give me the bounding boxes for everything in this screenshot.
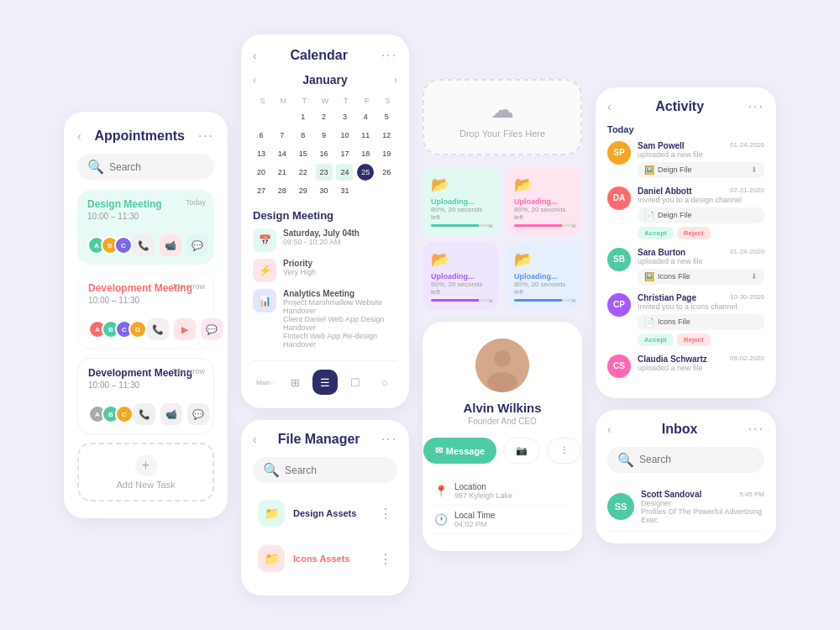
activity-today-header: Today [607, 124, 764, 134]
chat-icon[interactable]: 💬 [187, 403, 209, 425]
inbox-time-scott: 5:45 PM [739, 491, 764, 498]
call-icon[interactable]: 📞 [133, 234, 155, 256]
cal-tab-card[interactable]: ☐ [343, 370, 368, 395]
next-month-button[interactable]: › [394, 74, 397, 86]
accept-button[interactable]: Accept [638, 333, 674, 346]
inbox-menu-icon[interactable]: ··· [748, 422, 764, 437]
cal-day[interactable]: 30 [316, 182, 333, 199]
upload-cancel-4[interactable]: ✕ [571, 297, 577, 305]
meeting-date: Saturday, July 04th [283, 228, 360, 238]
cal-tab-grid[interactable]: ⊞ [283, 370, 308, 395]
cal-day[interactable]: 10 [336, 127, 353, 144]
cal-day[interactable] [253, 108, 270, 125]
prev-month-button[interactable]: ‹ [253, 74, 256, 86]
chat-icon[interactable]: 💬 [201, 318, 223, 340]
file-name-1: Design Assets [293, 508, 356, 518]
appointment-item-1: Today Design Meeting 10:00 – 11:30 A B C… [77, 190, 214, 265]
day-header: M [274, 95, 293, 107]
file-more-icon-1[interactable]: ⋮ [379, 506, 392, 522]
upload-cancel-1[interactable]: ✕ [488, 223, 494, 230]
download-icon[interactable]: ⬇ [751, 272, 758, 281]
cal-tab-list[interactable]: ☰ [312, 370, 338, 395]
activity-action-daniel: Invited you to a design channel [638, 196, 764, 204]
activity-date-sam: 01-24-2020 [730, 141, 764, 150]
cal-day[interactable]: 4 [357, 108, 374, 125]
folder-icon: 📁 [258, 500, 285, 527]
upload-dropzone[interactable]: ☁ Drop Your Files Here [423, 79, 582, 155]
activity-content-daniel: Daniel Abbott 07-21-2020 Invited you to … [638, 186, 764, 239]
cal-day-range-start[interactable]: 23 [316, 164, 333, 181]
video-icon[interactable]: 📹 [160, 234, 181, 256]
cal-day[interactable]: 29 [295, 182, 312, 199]
cal-day[interactable] [274, 108, 291, 125]
camera-button[interactable]: 📷 [503, 438, 540, 464]
activity-content-claudia: Claudia Schwartz 09-02-2020 uploaded a n… [638, 354, 764, 372]
calendar-title: Calendar [257, 48, 381, 63]
cal-day[interactable]: 19 [378, 145, 395, 162]
file-manager-search[interactable]: 🔍 [253, 457, 397, 483]
cal-day[interactable]: 8 [295, 127, 312, 144]
cal-day[interactable]: 27 [253, 182, 270, 199]
upload-item-1: 📂 Uploading... 80%, 20 seconds left ✕ [423, 167, 499, 235]
inbox-avatar-scott: SS [607, 493, 634, 520]
cal-day[interactable]: 1 [295, 108, 312, 125]
inbox-search-input[interactable] [639, 454, 754, 465]
accept-button[interactable]: Accept [638, 227, 674, 239]
calendar-menu-icon[interactable]: ··· [381, 48, 397, 63]
upload-cancel-3[interactable]: ✕ [488, 297, 494, 305]
cal-tab-main[interactable]: Main · [253, 370, 278, 395]
inbox-item-scott[interactable]: SS Scott Sandoval 5:45 PM Designer Profi… [607, 483, 764, 532]
file-more-icon-2[interactable]: ⋮ [379, 551, 392, 567]
call-icon[interactable]: 📞 [134, 403, 155, 425]
more-button[interactable]: ⋮ [547, 438, 581, 464]
upload-sub-3: 80%, 20 seconds left [431, 281, 491, 296]
cal-day[interactable]: 16 [316, 145, 333, 162]
cal-day[interactable]: 6 [253, 127, 270, 144]
cal-day[interactable]: 21 [274, 164, 291, 181]
cal-day[interactable]: 31 [336, 182, 353, 199]
upload-progress-4 [514, 299, 574, 302]
cal-day[interactable]: 12 [378, 127, 395, 144]
file-manager-menu-icon[interactable]: ··· [381, 432, 397, 447]
video-icon[interactable]: 📹 [160, 403, 182, 425]
file-manager-search-input[interactable] [285, 465, 387, 476]
activity-item-sam: SP Sam Powell 01-24-2020 uploaded a new … [607, 141, 764, 178]
cal-day[interactable]: 13 [253, 145, 270, 162]
cal-day[interactable]: 9 [316, 127, 333, 144]
appointments-search[interactable]: 🔍 [77, 154, 214, 180]
cal-day[interactable]: 22 [295, 164, 312, 181]
activity-file-sara: 🖼️ Icons File ⬇ [638, 269, 764, 285]
reject-button[interactable]: Reject [677, 227, 711, 239]
message-button[interactable]: ✉ Message [423, 438, 496, 464]
cal-day[interactable]: 26 [378, 164, 395, 181]
upload-cancel-2[interactable]: ✕ [571, 223, 577, 230]
appt-actions-3: 📞 📹 💬 [134, 403, 209, 425]
appointments-menu-icon[interactable]: ··· [198, 129, 214, 144]
inbox-search[interactable]: 🔍 [607, 447, 764, 473]
cal-day[interactable]: 7 [274, 127, 291, 144]
cal-day-range[interactable]: 24 [336, 164, 353, 181]
cal-day[interactable]: 11 [357, 127, 374, 144]
cal-day[interactable]: 2 [316, 108, 333, 125]
add-task-button[interactable]: + Add New Task [77, 443, 214, 501]
cal-tab-circle[interactable]: ○ [372, 370, 397, 395]
cal-day[interactable]: 3 [336, 108, 353, 125]
chat-icon[interactable]: 💬 [186, 234, 208, 256]
avatar-christian: CP [607, 293, 631, 317]
call-icon[interactable]: 📞 [147, 318, 169, 340]
appointments-search-input[interactable] [109, 161, 204, 173]
cal-day[interactable]: 18 [357, 145, 374, 162]
activity-name-daniel: Daniel Abbott [638, 186, 692, 196]
video-icon[interactable]: ▶ [174, 318, 196, 340]
download-icon[interactable]: ⬇ [751, 165, 758, 174]
cal-day[interactable]: 17 [336, 145, 353, 162]
cal-day-today[interactable]: 25 [357, 164, 374, 181]
cal-day[interactable]: 20 [253, 164, 270, 181]
activity-menu-icon[interactable]: ··· [748, 99, 764, 114]
cal-day[interactable]: 28 [274, 182, 291, 199]
reject-button[interactable]: Reject [677, 333, 711, 346]
cal-day[interactable]: 15 [295, 145, 312, 162]
cal-day[interactable]: 5 [378, 108, 395, 125]
cal-day[interactable]: 14 [274, 145, 291, 162]
activity-item-christian: CP Christian Page 10-30-2020 Invited you… [607, 293, 764, 346]
